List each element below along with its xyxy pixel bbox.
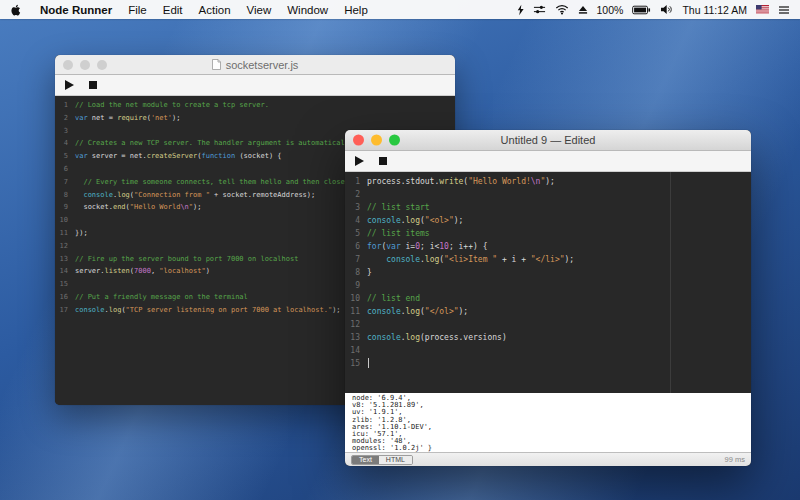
menu-help[interactable]: Help xyxy=(344,4,368,16)
menu-action[interactable]: Action xyxy=(199,4,231,16)
line-number: 11 xyxy=(345,305,367,318)
menu-file[interactable]: File xyxy=(128,4,147,16)
code-line: 11console.log("</ol>"); xyxy=(345,305,751,318)
line-number: 16 xyxy=(55,291,75,304)
line-number: 3 xyxy=(345,201,367,214)
line-number: 10 xyxy=(55,214,75,227)
line-number: 4 xyxy=(345,214,367,227)
line-number: 10 xyxy=(345,292,367,305)
sliders-icon[interactable] xyxy=(533,4,546,15)
line-number: 11 xyxy=(55,227,75,240)
line-number: 8 xyxy=(55,189,75,202)
run-button-icon[interactable] xyxy=(355,156,364,166)
us-flag-icon[interactable] xyxy=(756,5,769,14)
stop-button-icon[interactable] xyxy=(89,81,97,89)
apple-menu-icon[interactable] xyxy=(10,3,22,17)
front-toolbar xyxy=(345,151,751,172)
code-line: 15 xyxy=(345,357,751,370)
battery-icon[interactable] xyxy=(632,5,651,15)
code-line: 7 console.log("<li>Item " + i + "</li>")… xyxy=(345,253,751,266)
minimize-button[interactable] xyxy=(80,60,90,70)
code-line: 13console.log(process.versions) xyxy=(345,331,751,344)
code-line: 14 xyxy=(345,344,751,357)
close-button[interactable] xyxy=(63,60,73,70)
code-line: 12 xyxy=(345,318,751,331)
volume-icon[interactable] xyxy=(660,4,673,15)
line-number: 14 xyxy=(55,265,75,278)
line-number: 17 xyxy=(55,304,75,317)
zoom-button[interactable] xyxy=(389,135,400,146)
line-number: 5 xyxy=(345,227,367,240)
front-window-titlebar[interactable]: Untitled 9 — Edited xyxy=(345,130,751,151)
line-number: 2 xyxy=(345,188,367,201)
window-untitled-9: Untitled 9 — Edited 1process.stdout.writ… xyxy=(345,130,751,466)
code-line: 5// list items xyxy=(345,227,751,240)
code-line: 10// list end xyxy=(345,292,751,305)
line-number: 12 xyxy=(55,240,75,253)
front-window-title: Untitled 9 — Edited xyxy=(501,134,596,146)
line-number: 15 xyxy=(345,357,367,370)
line-number: 4 xyxy=(55,137,75,150)
minimize-button[interactable] xyxy=(371,135,382,146)
tab-html[interactable]: HTML xyxy=(379,456,412,464)
line-number: 2 xyxy=(55,112,75,125)
status-area: 100% Thu 11:12 AM xyxy=(516,4,790,16)
back-traffic-lights xyxy=(63,60,107,70)
line-number: 13 xyxy=(55,253,75,266)
menu-app-name[interactable]: Node Runner xyxy=(40,4,112,16)
code-line: 6for(var i=0; i<10; i++) { xyxy=(345,240,751,253)
front-code-editor[interactable]: 1process.stdout.write("Hello World!\n");… xyxy=(345,172,751,393)
eject-icon[interactable] xyxy=(578,5,588,15)
back-window-title: socketserver.js xyxy=(212,59,299,71)
line-number: 6 xyxy=(345,240,367,253)
run-duration-label: 99 ms xyxy=(725,455,745,464)
text-cursor xyxy=(368,358,369,368)
back-toolbar xyxy=(55,75,455,96)
tab-text[interactable]: Text xyxy=(352,456,379,464)
stop-button-icon[interactable] xyxy=(379,157,387,165)
code-line: 8} xyxy=(345,266,751,279)
front-traffic-lights xyxy=(353,135,400,146)
code-line: 2var net = require('net'); xyxy=(55,112,455,125)
column-guide-line xyxy=(670,172,671,393)
menu-window[interactable]: Window xyxy=(287,4,328,16)
line-number: 6 xyxy=(55,163,75,176)
notification-center-icon[interactable] xyxy=(778,5,790,15)
front-window-footer: Text HTML 99 ms xyxy=(345,452,751,466)
output-format-segmented-control: Text HTML xyxy=(351,455,413,465)
wifi-icon[interactable] xyxy=(555,4,569,15)
line-number: 1 xyxy=(55,99,75,112)
code-line: 3// list start xyxy=(345,201,751,214)
menu-bar: Node Runner File Edit Action View Window… xyxy=(0,0,800,19)
bolt-icon[interactable] xyxy=(516,4,524,16)
code-line: 2 xyxy=(345,188,751,201)
line-number: 3 xyxy=(55,125,75,138)
output-panel: node: '6.9.4', v8: '5.1.281.89', uv: '1.… xyxy=(345,393,751,452)
line-number: 14 xyxy=(345,344,367,357)
front-window-title-text: Untitled 9 — Edited xyxy=(501,134,596,146)
menu-view[interactable]: View xyxy=(247,4,272,16)
close-button[interactable] xyxy=(353,135,364,146)
menu-clock[interactable]: Thu 11:12 AM xyxy=(682,4,747,16)
code-line: 1process.stdout.write("Hello World!\n"); xyxy=(345,175,751,188)
line-number: 15 xyxy=(55,278,75,291)
line-number: 7 xyxy=(345,253,367,266)
code-line: 1// Load the net module to create a tcp … xyxy=(55,99,455,112)
line-number: 9 xyxy=(345,279,367,292)
back-window-title-text: socketserver.js xyxy=(226,59,299,71)
line-number: 9 xyxy=(55,201,75,214)
line-number: 8 xyxy=(345,266,367,279)
line-number: 7 xyxy=(55,176,75,189)
document-proxy-icon xyxy=(212,59,221,70)
line-number: 5 xyxy=(55,150,75,163)
zoom-button[interactable] xyxy=(97,60,107,70)
code-line: 4console.log("<ol>"); xyxy=(345,214,751,227)
code-line: 9 xyxy=(345,279,751,292)
line-number: 1 xyxy=(345,175,367,188)
back-window-titlebar[interactable]: socketserver.js xyxy=(55,55,455,75)
menu-edit[interactable]: Edit xyxy=(163,4,183,16)
battery-percent: 100% xyxy=(597,4,624,16)
line-number: 13 xyxy=(345,331,367,344)
run-button-icon[interactable] xyxy=(65,80,74,90)
line-number: 12 xyxy=(345,318,367,331)
